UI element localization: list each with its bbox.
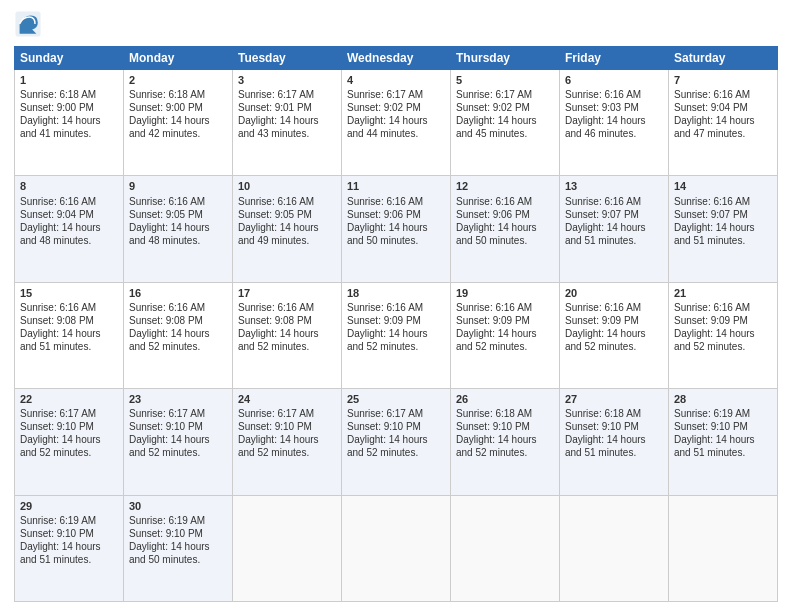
logo [14, 10, 44, 38]
daylight-minutes: and 42 minutes. [129, 128, 200, 139]
calendar-cell: 13 Sunrise: 6:16 AM Sunset: 9:07 PM Dayl… [560, 176, 669, 282]
sunrise-label: Sunrise: 6:16 AM [129, 302, 205, 313]
sunset-label: Sunset: 9:10 PM [456, 421, 530, 432]
day-header-saturday: Saturday [669, 47, 778, 70]
daylight-label: Daylight: 14 hours [129, 222, 210, 233]
calendar-cell [342, 495, 451, 601]
sunset-label: Sunset: 9:10 PM [674, 421, 748, 432]
daylight-minutes: and 51 minutes. [20, 341, 91, 352]
daylight-minutes: and 43 minutes. [238, 128, 309, 139]
daylight-minutes: and 52 minutes. [347, 447, 418, 458]
sunset-label: Sunset: 9:10 PM [238, 421, 312, 432]
daylight-label: Daylight: 14 hours [20, 434, 101, 445]
daylight-label: Daylight: 14 hours [565, 222, 646, 233]
day-number: 15 [20, 286, 118, 300]
logo-icon [14, 10, 42, 38]
daylight-label: Daylight: 14 hours [129, 541, 210, 552]
day-number: 10 [238, 179, 336, 193]
day-number: 22 [20, 392, 118, 406]
sunrise-label: Sunrise: 6:16 AM [565, 196, 641, 207]
daylight-label: Daylight: 14 hours [129, 328, 210, 339]
daylight-label: Daylight: 14 hours [129, 434, 210, 445]
calendar-cell: 30 Sunrise: 6:19 AM Sunset: 9:10 PM Dayl… [124, 495, 233, 601]
calendar-cell [669, 495, 778, 601]
daylight-label: Daylight: 14 hours [347, 222, 428, 233]
daylight-minutes: and 44 minutes. [347, 128, 418, 139]
day-header-wednesday: Wednesday [342, 47, 451, 70]
day-number: 20 [565, 286, 663, 300]
sunset-label: Sunset: 9:00 PM [129, 102, 203, 113]
day-number: 1 [20, 73, 118, 87]
sunset-label: Sunset: 9:00 PM [20, 102, 94, 113]
day-number: 27 [565, 392, 663, 406]
day-number: 11 [347, 179, 445, 193]
sunset-label: Sunset: 9:08 PM [129, 315, 203, 326]
day-header-monday: Monday [124, 47, 233, 70]
sunrise-label: Sunrise: 6:16 AM [347, 196, 423, 207]
sunrise-label: Sunrise: 6:19 AM [129, 515, 205, 526]
sunrise-label: Sunrise: 6:17 AM [347, 408, 423, 419]
calendar-cell [451, 495, 560, 601]
calendar-cell: 16 Sunrise: 6:16 AM Sunset: 9:08 PM Dayl… [124, 282, 233, 388]
daylight-label: Daylight: 14 hours [238, 115, 319, 126]
sunrise-label: Sunrise: 6:16 AM [20, 302, 96, 313]
daylight-minutes: and 50 minutes. [347, 235, 418, 246]
daylight-label: Daylight: 14 hours [456, 328, 537, 339]
daylight-minutes: and 52 minutes. [238, 341, 309, 352]
calendar-cell: 4 Sunrise: 6:17 AM Sunset: 9:02 PM Dayli… [342, 70, 451, 176]
calendar-table: SundayMondayTuesdayWednesdayThursdayFrid… [14, 46, 778, 602]
daylight-minutes: and 52 minutes. [674, 341, 745, 352]
daylight-minutes: and 52 minutes. [238, 447, 309, 458]
sunrise-label: Sunrise: 6:17 AM [238, 408, 314, 419]
sunrise-label: Sunrise: 6:18 AM [456, 408, 532, 419]
sunrise-label: Sunrise: 6:16 AM [456, 302, 532, 313]
calendar-cell: 15 Sunrise: 6:16 AM Sunset: 9:08 PM Dayl… [15, 282, 124, 388]
sunset-label: Sunset: 9:09 PM [456, 315, 530, 326]
calendar-header-row: SundayMondayTuesdayWednesdayThursdayFrid… [15, 47, 778, 70]
calendar-cell: 10 Sunrise: 6:16 AM Sunset: 9:05 PM Dayl… [233, 176, 342, 282]
calendar-cell: 22 Sunrise: 6:17 AM Sunset: 9:10 PM Dayl… [15, 389, 124, 495]
sunrise-label: Sunrise: 6:18 AM [565, 408, 641, 419]
daylight-label: Daylight: 14 hours [565, 115, 646, 126]
day-header-tuesday: Tuesday [233, 47, 342, 70]
daylight-label: Daylight: 14 hours [674, 115, 755, 126]
day-number: 13 [565, 179, 663, 193]
daylight-label: Daylight: 14 hours [674, 434, 755, 445]
day-number: 8 [20, 179, 118, 193]
sunset-label: Sunset: 9:09 PM [347, 315, 421, 326]
sunrise-label: Sunrise: 6:16 AM [238, 196, 314, 207]
week-row-5: 29 Sunrise: 6:19 AM Sunset: 9:10 PM Dayl… [15, 495, 778, 601]
calendar-cell: 1 Sunrise: 6:18 AM Sunset: 9:00 PM Dayli… [15, 70, 124, 176]
calendar-cell: 14 Sunrise: 6:16 AM Sunset: 9:07 PM Dayl… [669, 176, 778, 282]
calendar-cell [560, 495, 669, 601]
day-number: 3 [238, 73, 336, 87]
calendar-body: 1 Sunrise: 6:18 AM Sunset: 9:00 PM Dayli… [15, 70, 778, 602]
day-number: 24 [238, 392, 336, 406]
calendar-cell: 12 Sunrise: 6:16 AM Sunset: 9:06 PM Dayl… [451, 176, 560, 282]
daylight-label: Daylight: 14 hours [674, 328, 755, 339]
header [14, 10, 778, 38]
day-number: 12 [456, 179, 554, 193]
day-number: 14 [674, 179, 772, 193]
daylight-minutes: and 48 minutes. [129, 235, 200, 246]
day-number: 18 [347, 286, 445, 300]
day-number: 9 [129, 179, 227, 193]
sunrise-label: Sunrise: 6:17 AM [20, 408, 96, 419]
calendar-cell: 7 Sunrise: 6:16 AM Sunset: 9:04 PM Dayli… [669, 70, 778, 176]
daylight-label: Daylight: 14 hours [20, 541, 101, 552]
sunrise-label: Sunrise: 6:16 AM [674, 89, 750, 100]
sunset-label: Sunset: 9:09 PM [565, 315, 639, 326]
day-number: 21 [674, 286, 772, 300]
calendar-cell: 3 Sunrise: 6:17 AM Sunset: 9:01 PM Dayli… [233, 70, 342, 176]
sunrise-label: Sunrise: 6:16 AM [347, 302, 423, 313]
calendar-cell: 5 Sunrise: 6:17 AM Sunset: 9:02 PM Dayli… [451, 70, 560, 176]
daylight-label: Daylight: 14 hours [347, 115, 428, 126]
calendar-cell: 19 Sunrise: 6:16 AM Sunset: 9:09 PM Dayl… [451, 282, 560, 388]
sunset-label: Sunset: 9:08 PM [238, 315, 312, 326]
daylight-minutes: and 49 minutes. [238, 235, 309, 246]
daylight-minutes: and 50 minutes. [129, 554, 200, 565]
daylight-minutes: and 52 minutes. [456, 447, 527, 458]
calendar-cell: 21 Sunrise: 6:16 AM Sunset: 9:09 PM Dayl… [669, 282, 778, 388]
sunrise-label: Sunrise: 6:16 AM [456, 196, 532, 207]
day-number: 16 [129, 286, 227, 300]
